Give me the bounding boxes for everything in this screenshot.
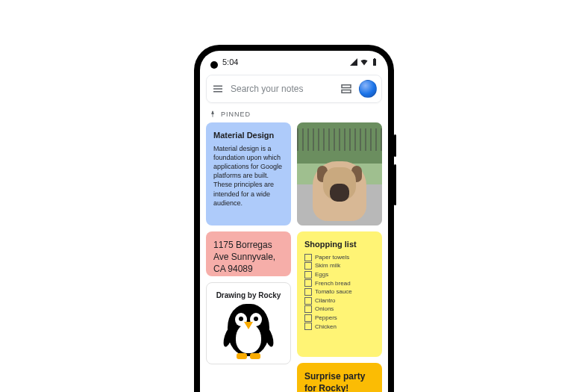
signal-icon [349,57,358,66]
checklist-item-label: Eggs [315,270,328,279]
pin-icon [209,111,216,118]
checklist-item[interactable]: French bread [304,279,375,288]
checkbox-icon[interactable] [304,279,312,287]
clock: 5:04 [222,57,238,66]
checklist-item[interactable]: Cilantro [304,296,375,305]
checklist-item-label: French bread [315,279,351,288]
note-title: Material Design [213,130,284,141]
search-bar[interactable]: Search your notes [206,75,382,103]
dog-illustration [313,161,366,221]
checklist-item-label: Cilantro [315,296,336,305]
note-title: Shopping list [304,239,375,250]
note-body: Material design is a foundation upon whi… [213,144,284,208]
checklist-item-label: Tomato sauce [315,287,352,296]
checklist-item[interactable]: Skim milk [304,261,375,270]
status-bar: 5:04 [200,51,388,73]
pinned-section-header: PINNED [200,109,388,122]
layout-toggle-icon[interactable] [340,82,353,96]
checklist-item-label: Skim milk [315,261,340,270]
note-drawing[interactable]: Drawing by Rocky [206,282,291,364]
note-address[interactable]: 1175 Borregas Ave Sunnyvale, CA 94089 [206,231,291,276]
checkbox-icon[interactable] [304,254,312,261]
notes-grid: Material Design Material design is a fou… [200,122,388,392]
battery-icon [370,57,379,66]
svg-rect-3 [342,85,351,88]
checklist: Paper towelsSkim milkEggsFrench breadTom… [304,253,375,331]
front-camera [210,61,218,69]
penguin-drawing [228,304,269,356]
note-material-design[interactable]: Material Design Material design is a fou… [206,122,291,225]
note-title: 1175 Borregas Ave Sunnyvale, CA 94089 [213,239,284,276]
note-shopping-list[interactable]: Shopping list Paper towelsSkim milkEggsF… [297,231,382,357]
checklist-item[interactable]: Tomato sauce [304,287,375,296]
checklist-item[interactable]: Paper towels [304,253,375,262]
note-title: Surprise party for Rocky! [304,370,375,392]
checklist-item-label: Onions [315,305,334,314]
phone-frame: 5:04 Search your notes PINNED [194,45,394,392]
section-label: PINNED [221,111,251,118]
search-input[interactable]: Search your notes [231,84,334,94]
checkbox-icon[interactable] [304,305,312,313]
checklist-item[interactable]: Chicken [304,323,375,332]
checkbox-icon[interactable] [304,271,312,279]
note-surprise-party[interactable]: Surprise party for Rocky! [297,363,382,392]
checklist-item[interactable]: Onions [304,305,375,314]
menu-icon[interactable] [211,82,225,96]
wifi-icon [360,57,369,66]
checklist-item[interactable]: Peppers [304,314,375,323]
phone-side-button [394,134,396,157]
checkbox-icon[interactable] [304,262,312,270]
phone-side-button [394,164,396,205]
checkbox-icon[interactable] [304,323,312,330]
note-photo-dog[interactable] [297,122,382,225]
checkbox-icon[interactable] [304,288,312,296]
checkbox-icon[interactable] [304,297,312,305]
checklist-item[interactable]: Eggs [304,270,375,279]
status-icons [349,57,379,66]
phone-screen: 5:04 Search your notes PINNED [200,51,388,392]
checkbox-icon[interactable] [304,314,312,322]
account-avatar[interactable] [359,80,377,98]
svg-rect-4 [342,90,351,93]
checklist-item-label: Peppers [315,314,337,323]
note-title: Drawing by Rocky [214,290,283,301]
checklist-item-label: Chicken [315,323,337,332]
checklist-item-label: Paper towels [315,253,349,262]
